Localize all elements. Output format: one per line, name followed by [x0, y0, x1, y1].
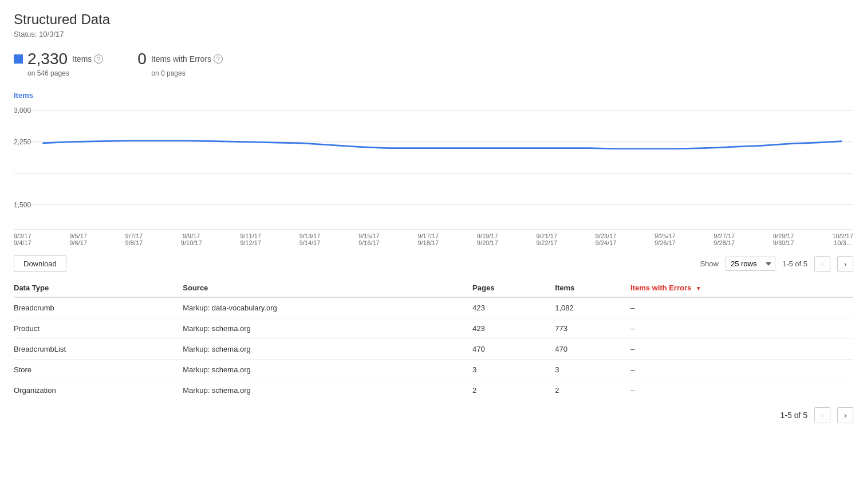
chart-section: Items 3,000 2,250 1,500 750 9/3/179/4/17…	[14, 91, 853, 246]
table-body: BreadcrumbMarkup: data-vocabulary.org423…	[14, 297, 853, 400]
x-label-1: 9/5/179/6/17	[69, 233, 87, 246]
download-button[interactable]: Download	[14, 255, 66, 272]
items-label: Items ?	[72, 54, 103, 64]
cell-source: Markup: data-vocabulary.org	[183, 297, 472, 318]
cell-pages: 470	[472, 339, 555, 360]
x-label-5: 9/13/179/14/17	[299, 233, 321, 246]
cell-pages: 423	[472, 318, 555, 339]
col-header-errors[interactable]: Items with Errors ▼	[630, 279, 853, 297]
sort-arrow-icon: ▼	[696, 285, 702, 292]
chart-title: Items	[14, 91, 853, 100]
col-header-source: Source	[183, 279, 472, 297]
cell-items: 3	[555, 360, 630, 380]
x-label-0: 9/3/179/4/17	[14, 233, 31, 246]
table-row: OrganizationMarkup: schema.org22–	[14, 380, 853, 401]
rows-select[interactable]: 25 rows 50 rows 100 rows	[726, 257, 775, 271]
bottom-pagination-info: 1-5 of 5	[781, 411, 807, 420]
cell-items: 2	[555, 380, 630, 401]
x-label-10: 9/23/179/24/17	[596, 233, 617, 246]
errors-label: Items with Errors ?	[151, 54, 223, 64]
cell-data_type: Store	[14, 360, 183, 380]
errors-summary: 0 Items with Errors ? on 0 pages	[137, 50, 223, 77]
svg-text:2,250: 2,250	[14, 138, 31, 147]
cell-errors: –	[630, 318, 853, 339]
cell-items: 773	[555, 318, 630, 339]
items-count: 2,330	[27, 50, 68, 68]
bottom-pagination: 1-5 of 5 ‹ ›	[14, 407, 853, 423]
cell-errors: –	[630, 380, 853, 401]
errors-sub: on 0 pages	[151, 69, 223, 77]
cell-items: 1,082	[555, 297, 630, 318]
table-row: BreadcrumbListMarkup: schema.org470470–	[14, 339, 853, 360]
table-row: BreadcrumbMarkup: data-vocabulary.org423…	[14, 297, 853, 318]
cell-data_type: BreadcrumbList	[14, 339, 183, 360]
table-row: ProductMarkup: schema.org423773–	[14, 318, 853, 339]
items-summary: 2,330 Items ? on 546 pages	[14, 50, 103, 77]
x-label-9: 9/21/179/22/17	[536, 233, 557, 246]
svg-text:1,500: 1,500	[14, 200, 31, 209]
cell-errors: –	[630, 339, 853, 360]
x-label-8: 9/19/179/20/17	[477, 233, 498, 246]
col-header-data-type: Data Type	[14, 279, 183, 297]
chart-container: 3,000 2,250 1,500 750	[14, 104, 853, 230]
next-page-button[interactable]: ›	[837, 256, 853, 272]
table-header-row: Data Type Source Pages Items Items with …	[14, 279, 853, 297]
x-label-14: 10/2/1710/3...	[832, 233, 853, 246]
table-row: StoreMarkup: schema.org33–	[14, 360, 853, 380]
pagination-info: 1-5 of 5	[782, 259, 807, 268]
svg-text:3,000: 3,000	[14, 107, 31, 115]
page-title: Structured Data	[14, 11, 853, 27]
chart-svg: 3,000 2,250 1,500 750	[14, 104, 853, 230]
bottom-prev-page-button[interactable]: ‹	[814, 407, 830, 423]
data-table: Data Type Source Pages Items Items with …	[14, 279, 853, 400]
toolbar-right: Show 25 rows 50 rows 100 rows 1-5 of 5 ‹…	[700, 256, 853, 272]
items-square	[14, 54, 23, 64]
cell-errors: –	[630, 360, 853, 380]
bottom-next-page-button[interactable]: ›	[837, 407, 853, 423]
status-line: Status: 10/3/17	[14, 30, 853, 38]
toolbar: Download Show 25 rows 50 rows 100 rows 1…	[14, 255, 853, 272]
x-label-6: 9/15/179/16/17	[358, 233, 380, 246]
x-label-4: 9/11/179/12/17	[240, 233, 261, 246]
x-label-12: 9/27/179/28/17	[714, 233, 735, 246]
cell-source: Markup: schema.org	[183, 318, 472, 339]
x-label-13: 9/29/179/30/17	[773, 233, 794, 246]
col-header-items: Items	[555, 279, 630, 297]
x-label-3: 9/9/179/10/17	[181, 233, 202, 246]
summary-row: 2,330 Items ? on 546 pages 0 Items with …	[14, 50, 853, 77]
cell-pages: 3	[472, 360, 555, 380]
cell-data_type: Organization	[14, 380, 183, 401]
cell-pages: 2	[472, 380, 555, 401]
col-header-pages: Pages	[472, 279, 555, 297]
prev-page-button[interactable]: ‹	[814, 256, 830, 272]
errors-help-icon[interactable]: ?	[214, 54, 223, 64]
items-help-icon[interactable]: ?	[94, 54, 103, 64]
x-label-7: 9/17/179/18/17	[417, 233, 439, 246]
cell-source: Markup: schema.org	[183, 380, 472, 401]
cell-pages: 423	[472, 297, 555, 318]
cell-data_type: Product	[14, 318, 183, 339]
cell-source: Markup: schema.org	[183, 339, 472, 360]
x-label-11: 9/25/179/26/17	[655, 233, 676, 246]
x-axis-labels: 9/3/179/4/17 9/5/179/6/17 9/7/179/8/17 9…	[14, 230, 853, 246]
errors-count: 0	[137, 50, 147, 68]
items-sub: on 546 pages	[27, 69, 103, 77]
cell-source: Markup: schema.org	[183, 360, 472, 380]
cell-data_type: Breadcrumb	[14, 297, 183, 318]
cell-items: 470	[555, 339, 630, 360]
show-label: Show	[700, 259, 719, 268]
cell-errors: –	[630, 297, 853, 318]
x-label-2: 9/7/179/8/17	[125, 233, 143, 246]
